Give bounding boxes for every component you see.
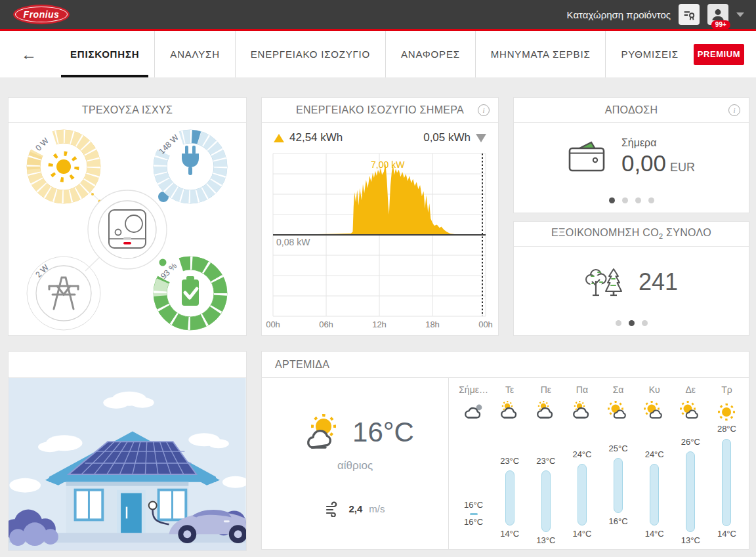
forecast-day-label: Σα <box>613 384 624 399</box>
chart-x-axis: 00h06h12h18h00h <box>272 320 486 330</box>
info-icon[interactable]: i <box>728 104 740 116</box>
forecast-temp-range: 23°C13°C <box>528 425 564 550</box>
carousel-dots <box>514 320 749 326</box>
forecast-temp-range: 26°C13°C <box>673 425 709 550</box>
forecast-temp-range: 28°C14°C <box>709 425 745 550</box>
door <box>121 493 142 535</box>
forecast-day-column: Πα24°C14°C <box>564 384 600 550</box>
wallet-icon <box>568 140 607 174</box>
product-registration-button[interactable] <box>679 4 700 25</box>
carousel-dot[interactable] <box>622 197 628 203</box>
forecast-day-column: Δε26°C13°C <box>673 384 709 550</box>
temp-range-bar <box>578 464 587 526</box>
chart-consumption-label: 0,08 kW <box>276 237 310 247</box>
forecast-day-label: Κυ <box>649 384 660 399</box>
premium-button[interactable]: PREMIUM <box>694 44 744 65</box>
temp-low: 16°C <box>609 516 628 526</box>
temp-high: 23°C <box>536 456 555 466</box>
current-weather: 16°C αίθριος 2,4 m/s <box>262 378 449 550</box>
x-tick-label: 00h <box>478 320 493 329</box>
wallbox <box>149 502 157 510</box>
nav-tab[interactable]: ΕΠΙΣΚΟΠΗΣΗ <box>55 31 154 77</box>
back-arrow-icon[interactable]: ← <box>21 45 37 64</box>
temp-low: 16°C <box>464 517 483 527</box>
chevron-down-icon[interactable] <box>736 12 744 17</box>
temp-range-bar <box>505 470 514 526</box>
card-title: ΤΡΕΧΟΥΣΑ ΙΣΧΥΣ <box>82 104 173 116</box>
cloud-sun-small-icon <box>534 399 558 425</box>
x-tick-label: 18h <box>425 320 440 329</box>
weather-location-title: ΑΡΤΕΜΙΔΑ <box>275 359 329 371</box>
consumed-total: 0,05 kWh <box>423 131 471 144</box>
forecast-day-label: Τε <box>505 384 514 399</box>
sun-cloud-icon <box>642 399 667 425</box>
carousel-dot[interactable] <box>629 320 635 326</box>
dashboard: ΤΡΕΧΟΥΣΑ ΙΣΧΥΣ <box>0 77 756 557</box>
temp-high: 25°C <box>609 444 628 453</box>
notification-badge: 99+ <box>711 20 730 30</box>
temp-high: 28°C <box>717 424 736 434</box>
co2-value: 241 <box>639 268 678 296</box>
forecast-day-label: Σήμε… <box>459 384 488 399</box>
nav-tab[interactable]: ΜΗΝΥΜΑΤΑ ΣΕΡΒΙΣ <box>475 31 606 77</box>
sun-cloud-icon <box>606 399 631 425</box>
forecast-day-column: Τρ28°C14°C <box>709 384 745 550</box>
x-tick-label: 12h <box>372 320 387 329</box>
forecast-temp-range: 24°C14°C <box>637 425 673 550</box>
temp-range-bar <box>614 458 623 513</box>
power-flow-diagram: 0 W 148 W <box>9 123 246 336</box>
info-icon[interactable]: i <box>478 104 490 116</box>
carousel-dot[interactable] <box>635 197 641 203</box>
nav-tab[interactable]: ΡΥΘΜΙΣΕΙΣ <box>605 31 693 77</box>
carousel-dot[interactable] <box>616 320 621 326</box>
carousel-dot[interactable] <box>609 197 615 203</box>
nav-tab[interactable]: ΕΝΕΡΓΕΙΑΚΟ ΙΣΟΖΥΓΙΟ <box>235 31 385 77</box>
fronius-logo[interactable]: Fronius <box>13 5 70 24</box>
yield-currency: EUR <box>670 161 695 174</box>
grid-pylon-icon <box>49 278 78 309</box>
register-product-link[interactable]: Καταχώρηση προϊόντος <box>567 9 671 20</box>
grid-power-label: 2 W <box>33 262 51 279</box>
carousel-dot[interactable] <box>642 320 648 326</box>
plug-icon <box>182 146 199 175</box>
temp-low: 14°C <box>645 529 664 539</box>
card-title-empty <box>9 352 246 378</box>
battery-check-icon <box>182 276 199 306</box>
inverter-icon <box>109 210 146 248</box>
house-illustration <box>9 378 246 550</box>
forecast-day-column: Τε23°C14°C <box>492 384 528 550</box>
nav-tab[interactable]: ΑΝΑΦΟΡΕΣ <box>385 31 475 77</box>
yield-period: Σήμερα <box>621 137 695 149</box>
temp-range-bar <box>722 439 731 526</box>
current-temp: 16°C <box>352 417 414 448</box>
x-tick-label: 06h <box>319 320 333 329</box>
forecast-temp-range: 25°C16°C <box>600 425 637 550</box>
forecast-temp-range: 16°C16°C <box>455 425 492 550</box>
production-up-icon <box>274 134 284 142</box>
energy-chart <box>272 153 486 317</box>
temp-dash <box>470 513 478 515</box>
forecast-day-column: Κυ24°C14°C <box>637 384 673 550</box>
chart-peak-label: 7,00 kW <box>371 159 404 170</box>
co2-savings-card: ΕΞΟΙΚΟΝΟΜΗΣΗ CO2 ΣΥΝΟΛΟ <box>513 221 749 336</box>
logo-border <box>15 7 68 22</box>
forecast-day-label: Πα <box>576 384 588 399</box>
battery-gauge: 93 % <box>154 257 227 330</box>
card-title: ΕΝΕΡΓΕΙΑΚΟ ΙΣΟΖΥΓΙΟ ΣΗΜΕΡΑ <box>296 104 464 116</box>
wind-unit: m/s <box>369 503 385 514</box>
temp-high: 26°C <box>681 437 700 447</box>
nav-tab[interactable]: ΑΝΑΛΥΣΗ <box>154 31 234 77</box>
temp-low: 13°C <box>536 535 555 545</box>
temp-range-bar <box>650 464 659 526</box>
system-illustration-card <box>8 351 247 551</box>
forecast-day-column: Σήμε…16°C16°C <box>455 384 492 550</box>
current-power-card: ΤΡΕΧΟΥΣΑ ΙΣΧΥΣ <box>8 97 247 336</box>
temp-range-bar <box>541 470 551 532</box>
temp-low: 13°C <box>681 535 700 545</box>
top-header-bar: Fronius Καταχώρηση προϊόντος 99+ <box>0 0 756 29</box>
carousel-dot[interactable] <box>648 197 654 203</box>
x-tick-label: 00h <box>266 320 280 329</box>
temp-high: 24°C <box>572 449 591 459</box>
weather-condition: αίθριος <box>337 459 373 472</box>
user-account-button[interactable]: 99+ <box>707 4 728 25</box>
